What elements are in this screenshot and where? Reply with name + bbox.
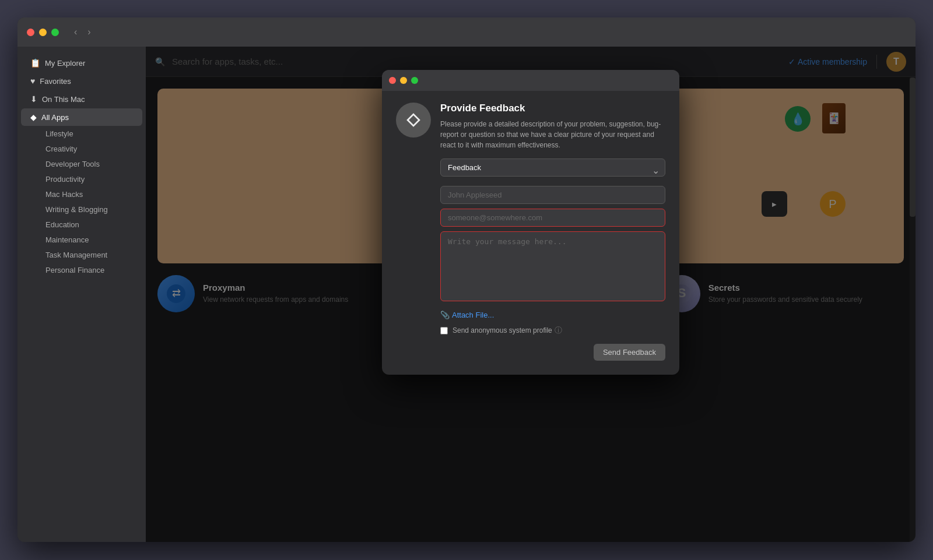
back-button[interactable]: ‹ [71, 26, 80, 38]
explorer-icon: 📋 [30, 58, 40, 68]
title-bar: ‹ › [17, 17, 916, 47]
anonymous-checkbox[interactable] [440, 327, 448, 334]
forward-button[interactable]: › [84, 26, 94, 38]
info-icon[interactable]: ⓘ [555, 325, 562, 336]
minimize-button[interactable] [39, 29, 47, 36]
modal-minimize-button[interactable] [400, 77, 407, 84]
name-input[interactable] [440, 186, 665, 204]
sidebar-sub-task-management[interactable]: Task Management [21, 248, 142, 262]
category-select-wrapper: Feedback Bug Report Suggestion Question … [440, 159, 665, 181]
sidebar-sub-education[interactable]: Education [21, 217, 142, 232]
sidebar-item-favorites[interactable]: ♥ Favorites [21, 72, 142, 90]
modal-close-button[interactable] [389, 77, 396, 84]
sidebar-item-label: My Explorer [45, 59, 85, 68]
sidebar-item-on-this-mac[interactable]: ⬇ On This Mac [21, 90, 142, 108]
download-icon: ⬇ [30, 94, 37, 104]
main-area: 📋 My Explorer ♥ Favorites ⬇ On This Mac … [17, 47, 916, 542]
setapp-diamond-icon [402, 108, 425, 132]
modal-overlay: Provide Feedback Please provide a detail… [146, 47, 916, 542]
sidebar-sub-maintenance[interactable]: Maintenance [21, 233, 142, 247]
sidebar-item-label: All Apps [41, 113, 69, 122]
maximize-button[interactable] [51, 29, 59, 36]
sidebar-item-all-apps[interactable]: ◆ All Apps [21, 108, 142, 126]
content-area: 🔍 ✓ Active membership T [146, 47, 916, 542]
sidebar-sub-mac-hacks[interactable]: Mac Hacks [21, 187, 142, 202]
modal-maximize-button[interactable] [411, 77, 418, 84]
modal-description: Please provide a detailed description of… [440, 119, 665, 150]
modal-content: Provide Feedback Please provide a detail… [440, 103, 665, 361]
paperclip-icon: 📎 [440, 311, 450, 319]
sidebar-item-label: On This Mac [42, 95, 85, 104]
sidebar-sub-writing-blogging[interactable]: Writing & Blogging [21, 202, 142, 217]
modal-title-bar [382, 70, 679, 91]
nav-arrows: ‹ › [71, 26, 94, 38]
traffic-lights [27, 29, 59, 36]
modal-body: Provide Feedback Please provide a detail… [382, 91, 679, 375]
app-window: ‹ › 📋 My Explorer ♥ Favorites ⬇ On This … [17, 17, 916, 542]
sidebar-sub-personal-finance[interactable]: Personal Finance [21, 263, 142, 277]
close-button[interactable] [27, 29, 34, 36]
feedback-modal: Provide Feedback Please provide a detail… [382, 70, 679, 375]
modal-app-icon [396, 103, 431, 138]
send-feedback-button[interactable]: Send Feedback [594, 344, 665, 361]
modal-title: Provide Feedback [440, 103, 665, 114]
sidebar-item-label: Favorites [40, 77, 71, 86]
favorites-icon: ♥ [30, 76, 35, 86]
sidebar-item-my-explorer[interactable]: 📋 My Explorer [21, 54, 142, 72]
diamond-icon: ◆ [30, 112, 37, 122]
category-select[interactable]: Feedback Bug Report Suggestion Question [440, 159, 665, 177]
checkbox-label: Send anonymous system profile ⓘ [453, 325, 562, 336]
sidebar: 📋 My Explorer ♥ Favorites ⬇ On This Mac … [17, 47, 146, 542]
attach-label: Attach File... [452, 311, 494, 319]
email-input[interactable] [440, 209, 665, 227]
sidebar-sub-creativity[interactable]: Creativity [21, 142, 142, 156]
attach-file-link[interactable]: 📎 Attach File... [440, 311, 494, 319]
sidebar-sub-lifestyle[interactable]: Lifestyle [21, 126, 142, 141]
sidebar-sub-developer-tools[interactable]: Developer Tools [21, 157, 142, 171]
checkbox-row: Send anonymous system profile ⓘ [440, 325, 665, 336]
sidebar-sub-productivity[interactable]: Productivity [21, 172, 142, 186]
message-textarea[interactable] [440, 231, 665, 301]
